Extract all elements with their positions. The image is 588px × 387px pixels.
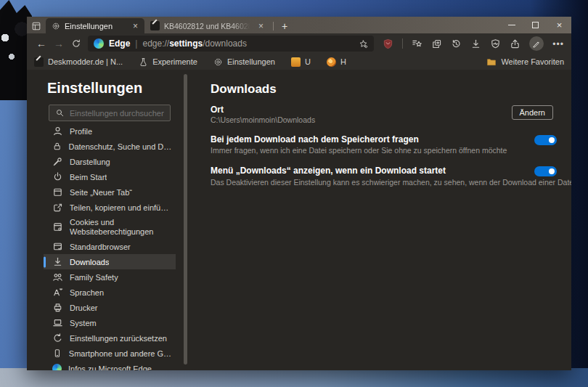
phone-icon [52,348,62,359]
sidebar-item-infos[interactable]: Infos zu Microsoft Edge [44,361,176,370]
settings-main: Downloads Ort C:\Users\moinmoin\Download… [211,70,557,370]
pen-icon [532,39,541,48]
address-bar[interactable]: Edge | edge://settings/downloads [88,36,374,52]
reset-icon [52,333,63,343]
bookmark-h[interactable]: H [327,57,346,67]
location-value: C:\Users\moinmoin\Downloads [211,115,315,124]
toggle-knob [549,168,555,174]
plus-icon: + [282,20,287,32]
refresh-button[interactable] [68,35,85,52]
maximize-button[interactable] [523,17,547,33]
titlebar-drag-area[interactable] [293,17,499,33]
close-icon: × [133,21,138,31]
share-icon [52,202,63,213]
bookmark-deskmodder[interactable]: Deskmodder.de | N... [34,57,123,67]
settings-search-box[interactable] [49,105,171,121]
tab-kb-article[interactable]: KB4602812 und KB4602816 als S × [144,18,270,33]
back-button[interactable]: ← [33,35,50,52]
browser-essentials-icon [490,38,501,49]
sidebar-item-sprachen[interactable]: Sprachen [44,285,176,300]
downloads-toolbar-button[interactable] [470,38,481,49]
wallpaper-lake [0,368,588,387]
tab-close-button[interactable]: × [131,21,140,31]
flask-icon [139,57,148,67]
favorite-star-icon [359,39,368,49]
page-title: Downloads [211,82,277,97]
bookmark-label: Deskmodder.de | N... [48,57,123,66]
sidebar-item-system[interactable]: System [44,315,176,330]
bookmark-einstellungen[interactable]: Einstellungen [213,57,275,67]
url-emphasis: settings [169,38,203,49]
system-icon [52,317,63,328]
sidebar-item-family-safety[interactable]: Family Safety [44,269,176,285]
history-icon [451,38,462,49]
collections-icon [431,38,442,49]
refresh-icon [71,38,81,49]
orange-doc-icon [291,57,301,67]
sidebar-item-downloads[interactable]: Downloads [44,254,176,269]
sidebar-item-darstellung[interactable]: Darstellung [44,154,176,169]
sidebar-item-cookies[interactable]: Cookies und Websiteberechtigungen [44,215,176,239]
browser-essentials-button[interactable] [490,38,501,49]
sidebar-scrollbar[interactable] [184,74,187,364]
sidebar-item-neuer-tab[interactable]: Seite „Neuer Tab“ [44,184,176,200]
forward-button[interactable]: → [50,35,68,52]
sidebar-item-drucker[interactable]: Drucker [44,300,176,315]
favorites-hub-icon [412,38,422,49]
bookmark-u[interactable]: U [291,57,311,67]
bookmark-label: Einstellungen [227,57,275,66]
power-icon [52,171,63,182]
ask-location-toggle[interactable] [534,135,557,145]
lock-icon [52,141,62,152]
tab-actions-menu-button[interactable] [27,18,46,33]
search-icon [55,108,65,118]
sidebar-item-standardbrowser[interactable]: Standardbrowser [44,239,176,254]
address-brand: Edge [109,38,130,49]
settings-search-input[interactable] [70,109,164,118]
toggle-label: Menü „Downloads“ anzeigen, wenn ein Down… [211,166,446,176]
show-downloads-menu-toggle[interactable] [534,166,557,176]
folder-icon [486,57,497,67]
share-icon [510,38,520,49]
close-icon: × [557,20,563,30]
sidebar-title: Einstellungen [47,80,142,97]
sidebar-item-zuruecksetzen[interactable]: Einstellungen zurücksetzen [44,330,176,346]
sidebar-item-teilen[interactable]: Teilen, kopieren und einfügen [44,200,176,215]
share-button[interactable] [510,38,520,49]
add-favorite-button[interactable] [359,39,368,49]
minimize-button[interactable] [499,17,523,33]
sidebar-item-datenschutz[interactable]: Datenschutz, Suche und Dienste [44,139,176,154]
collections-button[interactable] [431,38,442,49]
toolbar-icons: ••• [383,36,564,51]
bookmark-label: H [340,57,346,66]
deskmodder-favicon [150,21,160,30]
url-suffix: /downloads [203,38,247,49]
bookmark-experimente[interactable]: Experimente [139,57,197,67]
favorites-button[interactable] [412,38,422,49]
change-location-button[interactable]: Ändern [512,105,553,120]
tab-einstellungen[interactable]: Einstellungen × [46,18,144,33]
bookmark-label: U [305,57,311,66]
printer-icon [52,302,63,313]
new-tab-page-icon [52,187,63,197]
appearance-icon [52,156,63,167]
sidebar-item-profile[interactable]: Profile [44,123,176,139]
site-permissions-icon [52,221,63,232]
close-window-button[interactable]: × [547,17,571,33]
history-button[interactable] [451,38,462,49]
url-prefix: edge:// [142,38,169,49]
sidebar-item-smartphone[interactable]: Smartphone und andere Geräte [44,346,176,361]
tab-close-button[interactable]: × [256,21,266,31]
new-tab-button[interactable]: + [277,18,293,33]
back-icon: ← [36,38,46,49]
edit-button[interactable] [529,36,544,51]
settings-more-button[interactable]: ••• [552,37,564,50]
toggle-description: Immer fragen, wenn ich eine Datei speich… [211,146,507,155]
gear-icon [52,22,60,30]
toggle-description: Das Deaktivieren dieser Einstellung kann… [211,178,571,187]
more-favorites-button[interactable]: Weitere Favoriten [486,57,564,67]
deskmodder-favicon [34,57,44,67]
sidebar-item-beim-start[interactable]: Beim Start [44,169,176,184]
desktop: Einstellungen × KB4602812 und KB4602816 … [0,0,588,387]
ublock-extension-button[interactable] [383,38,393,49]
